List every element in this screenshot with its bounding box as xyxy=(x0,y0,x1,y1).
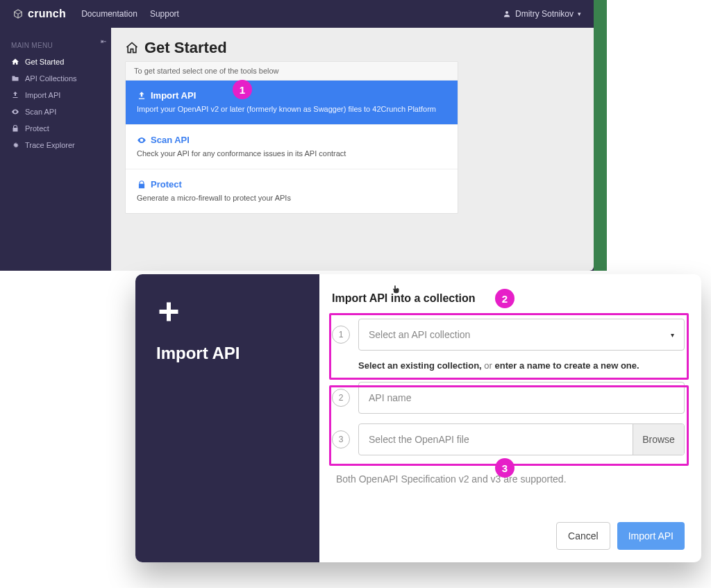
nav-documentation[interactable]: Documentation xyxy=(81,9,137,19)
modal-body: Import API into a collection 1 Select an… xyxy=(319,274,701,562)
sidebar-item-protect[interactable]: Protect xyxy=(0,120,111,137)
decorative-stripe xyxy=(594,0,607,271)
nav-links: Documentation Support xyxy=(81,9,179,19)
modal-sidebar: Import API xyxy=(135,274,319,562)
annotation-badge-3: 3 xyxy=(495,458,515,478)
user-menu[interactable]: Dmitry Sotnikov ▾ xyxy=(503,9,581,19)
tool-protect[interactable]: Protect Generate a micro-firewall to pro… xyxy=(126,169,458,213)
gear-icon xyxy=(11,141,19,149)
chevron-down-icon: ▾ xyxy=(578,10,581,17)
sidebar-label: Get Started xyxy=(25,58,64,66)
helper-light: or xyxy=(482,360,495,371)
api-name-input[interactable]: API name xyxy=(358,382,685,414)
sidebar-label: API Collections xyxy=(25,74,77,83)
lock-icon xyxy=(137,180,147,190)
cursor-icon xyxy=(392,284,401,295)
import-button[interactable]: Import API xyxy=(617,522,685,550)
plus-icon xyxy=(156,299,181,324)
api-name-placeholder: API name xyxy=(369,392,411,403)
import-api-modal: Import API Import API into a collection … xyxy=(135,274,701,562)
lock-icon xyxy=(11,124,19,133)
helper-bold-a: Select an existing collection, xyxy=(358,360,482,371)
page-title-text: Get Started xyxy=(144,39,227,57)
file-placeholder: Select the OpenAPI file xyxy=(369,434,469,445)
helper-text: Select an existing collection, or enter … xyxy=(358,360,685,371)
home-icon xyxy=(125,41,139,55)
eye-icon xyxy=(11,108,19,116)
tool-scan[interactable]: Scan API Check your API for any conforma… xyxy=(126,124,458,169)
sidebar-item-collections[interactable]: API Collections xyxy=(0,70,111,87)
cube-icon xyxy=(12,8,24,19)
annotation-badge-2: 2 xyxy=(495,289,515,308)
sidebar-label: Scan API xyxy=(25,108,56,116)
collection-select[interactable]: Select an API collection ▾ xyxy=(358,319,685,351)
sidebar-label: Trace Explorer xyxy=(25,141,75,149)
sidebar-item-get-started[interactable]: Get Started xyxy=(0,53,111,70)
modal-left-title: Import API xyxy=(156,344,299,363)
tool-desc: Import your OpenAPI v2 or later (formerl… xyxy=(137,105,446,113)
sidebar-heading: MAIN MENU xyxy=(0,36,111,53)
step-number-2: 2 xyxy=(332,389,350,407)
logo[interactable]: crunch xyxy=(12,8,66,20)
svg-point-0 xyxy=(505,11,508,14)
tool-desc: Check your API for any conformance issue… xyxy=(137,149,446,158)
page-title: Get Started xyxy=(125,39,580,57)
folder-icon xyxy=(11,74,19,83)
step-1-row: 1 Select an API collection ▾ xyxy=(332,319,685,351)
nav-support[interactable]: Support xyxy=(150,9,179,19)
collection-placeholder: Select an API collection xyxy=(369,329,470,340)
app-shell: crunch Documentation Support Dmitry Sotn… xyxy=(0,0,594,271)
user-icon xyxy=(503,10,511,18)
tool-import[interactable]: Import API Import your OpenAPI v2 or lat… xyxy=(126,81,458,124)
step-3-row: 3 Select the OpenAPI file Browse xyxy=(332,423,685,455)
import-icon xyxy=(137,91,147,101)
modal-actions: Cancel Import API xyxy=(556,522,685,550)
sidebar-item-import[interactable]: Import API xyxy=(0,87,111,103)
sidebar-label: Import API xyxy=(25,91,60,99)
sidebar-label: Protect xyxy=(25,124,49,133)
home-icon xyxy=(11,58,19,66)
topbar: crunch Documentation Support Dmitry Sotn… xyxy=(0,0,594,28)
cancel-button[interactable]: Cancel xyxy=(556,522,610,550)
topbar-left: crunch Documentation Support xyxy=(12,8,179,20)
helper-bold-b: enter a name to create a new one. xyxy=(495,360,639,371)
sidebar-collapse[interactable]: ⇤ xyxy=(101,37,106,45)
tool-title-text: Import API xyxy=(151,90,196,101)
sidebar-item-scan[interactable]: Scan API xyxy=(0,103,111,120)
chevron-down-icon: ▾ xyxy=(671,331,674,339)
import-icon xyxy=(11,91,19,99)
browse-button[interactable]: Browse xyxy=(633,424,684,455)
tools-panel: To get started select one of the tools b… xyxy=(125,61,458,214)
file-path-display: Select the OpenAPI file xyxy=(359,424,633,455)
tool-desc: Generate a micro-firewall to protect you… xyxy=(137,194,446,202)
eye-icon xyxy=(137,135,147,145)
user-name: Dmitry Sotnikov xyxy=(515,9,574,19)
step-number-3: 3 xyxy=(332,430,350,448)
annotation-badge-1: 1 xyxy=(233,80,252,99)
tool-title-text: Scan API xyxy=(151,135,190,145)
step-2-row: 2 API name xyxy=(332,382,685,414)
tool-title-text: Protect xyxy=(151,179,182,190)
sidebar-item-trace[interactable]: Trace Explorer xyxy=(0,137,111,153)
sidebar: MAIN MENU Get Started API Collections Im… xyxy=(0,28,111,271)
brand-text: crunch xyxy=(28,8,66,20)
step-number-1: 1 xyxy=(332,326,350,344)
file-picker: Select the OpenAPI file Browse xyxy=(358,423,685,455)
panel-hint: To get started select one of the tools b… xyxy=(126,62,458,81)
content-area: Get Started To get started select one of… xyxy=(111,28,594,271)
